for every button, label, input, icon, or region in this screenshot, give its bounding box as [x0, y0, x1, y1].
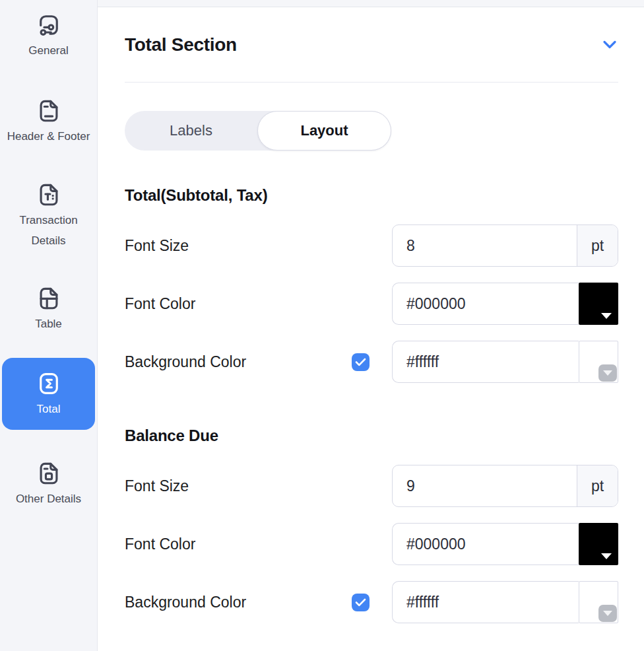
color-swatch[interactable] [579, 283, 618, 325]
chevron-down-icon[interactable] [598, 364, 617, 382]
sidebar-item-table[interactable]: Table [2, 285, 95, 334]
unit-label: pt [577, 465, 618, 506]
template-customizer: General Header & Footer [0, 0, 644, 651]
color-swatch[interactable] [579, 581, 618, 623]
settings-panel: Total Section Labels Layout Total(Subtot… [98, 0, 644, 651]
section-heading-total-subtotal-tax: Total(Subtotal, Tax) [125, 186, 618, 204]
font-color-input[interactable] [392, 523, 579, 565]
divider [125, 82, 618, 83]
font-size-row: Font Size pt [125, 465, 618, 507]
font-color-row: Font Color [125, 523, 618, 565]
background-color-input-group [392, 341, 618, 383]
background-color-row: Background Color [125, 581, 618, 623]
unit-label: pt [577, 225, 618, 266]
background-color-checkbox[interactable] [352, 353, 370, 371]
font-size-label: Font Size [125, 237, 189, 255]
font-size-row: Font Size pt [125, 224, 618, 267]
background-color-checkbox[interactable] [352, 594, 370, 611]
color-swatch[interactable] [579, 341, 618, 383]
font-size-input[interactable] [393, 225, 577, 266]
sidebar-item-label: Transaction Details [2, 210, 95, 251]
page-table-icon [35, 285, 63, 312]
sidebar-item-general[interactable]: General [2, 11, 95, 61]
sidebar-item-total[interactable]: Total [2, 358, 95, 430]
labels-layout-tabs: Labels Layout [125, 111, 391, 151]
chevron-down-icon[interactable] [601, 39, 618, 51]
font-color-input[interactable] [392, 283, 579, 325]
chevron-down-icon [601, 313, 612, 319]
font-color-input-group [392, 523, 618, 565]
sidebar-item-label: Header & Footer [3, 126, 94, 147]
sidebar-item-label: Table [31, 314, 66, 334]
font-size-input-group: pt [392, 224, 618, 267]
panel-header: Total Section [125, 34, 618, 55]
sliders-icon [35, 11, 63, 39]
chevron-down-icon [601, 553, 612, 559]
section-heading-balance-due: Balance Due [125, 427, 618, 444]
page-box-icon [35, 460, 63, 487]
page-lines-icon [35, 97, 63, 125]
font-size-input-group: pt [392, 465, 618, 507]
sidebar-item-label: Other Details [12, 489, 85, 509]
background-color-input-group [392, 581, 618, 623]
sidebar-item-header-footer[interactable]: Header & Footer [2, 97, 95, 147]
font-size-label: Font Size [125, 477, 189, 495]
sidebar-item-transaction-details[interactable]: Transaction Details [2, 181, 95, 251]
color-swatch[interactable] [579, 523, 618, 565]
chevron-down-icon[interactable] [598, 605, 617, 622]
background-color-input[interactable] [392, 341, 579, 383]
sidebar-item-label: Total [33, 399, 65, 419]
sidebar: General Header & Footer [0, 0, 98, 651]
page-sigma-icon [35, 370, 63, 397]
font-color-label: Font Color [125, 295, 195, 313]
tab-layout[interactable]: Layout [257, 111, 391, 151]
background-color-row: Background Color [125, 341, 618, 383]
font-color-label: Font Color [125, 535, 195, 553]
background-color-label: Background Color [125, 353, 246, 371]
sidebar-item-label: General [24, 40, 72, 61]
font-size-input[interactable] [393, 465, 577, 506]
font-color-input-group [392, 283, 618, 325]
tab-labels[interactable]: Labels [125, 111, 257, 151]
top-strip [98, 0, 644, 7]
background-color-input[interactable] [392, 581, 579, 623]
page-title: Total Section [125, 34, 237, 55]
background-color-label: Background Color [125, 594, 246, 611]
page-text-icon [35, 181, 63, 209]
sidebar-item-other-details[interactable]: Other Details [2, 460, 95, 509]
font-color-row: Font Color [125, 283, 618, 325]
